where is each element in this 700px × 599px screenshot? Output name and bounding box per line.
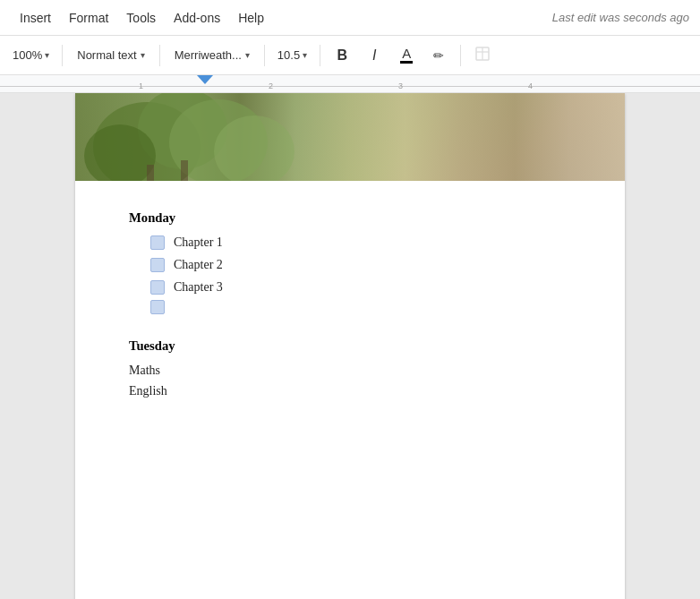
font-arrow-icon: ▾	[245, 50, 250, 60]
list-item: Chapter 2	[129, 255, 571, 274]
zoom-value: 100%	[13, 48, 42, 62]
monday-heading: Monday	[129, 208, 571, 227]
menu-tools[interactable]: Tools	[117, 5, 165, 30]
page-header-image	[75, 93, 625, 181]
text-color-button[interactable]: A	[392, 41, 421, 70]
font-size-value: 10.5	[277, 48, 300, 62]
separator-2	[159, 45, 160, 66]
underline-a-icon: A	[400, 47, 413, 64]
tuesday-heading: Tuesday	[129, 336, 571, 355]
svg-rect-9	[181, 160, 188, 181]
checkbox-1[interactable]	[150, 235, 165, 250]
zoom-arrow-icon: ▾	[45, 50, 49, 60]
bold-button[interactable]: B	[328, 41, 356, 70]
english-text: English	[129, 381, 571, 400]
list-item: Chapter 3	[129, 278, 571, 296]
checkbox-3[interactable]	[150, 280, 165, 295]
doc-content: Monday Chapter 1 Chapter 2 Chapter 3	[129, 181, 571, 400]
ruler-line	[0, 86, 700, 87]
zoom-dropdown[interactable]: 100% ▾	[7, 45, 55, 65]
chapter3-text: Chapter 3	[174, 278, 223, 296]
font-label: Merriweath...	[175, 48, 242, 62]
menu-format[interactable]: Format	[60, 5, 117, 30]
svg-rect-8	[147, 165, 154, 181]
ruler-tab-stop	[197, 75, 213, 84]
toolbar: 100% ▾ Normal text ▾ Merriweath... ▾ 10.…	[0, 36, 700, 75]
maths-text: Maths	[129, 361, 571, 380]
page-area: Monday Chapter 1 Chapter 2 Chapter 3	[0, 93, 700, 599]
image-svg	[75, 93, 625, 181]
chapter1-text: Chapter 1	[174, 233, 223, 252]
separator-4	[320, 45, 320, 66]
menu-help[interactable]: Help	[229, 5, 273, 30]
menu-addons[interactable]: Add-ons	[165, 5, 229, 30]
italic-button[interactable]: I	[360, 41, 388, 70]
font-dropdown[interactable]: Merriweath... ▾	[167, 41, 257, 70]
style-arrow-icon: ▾	[141, 50, 145, 60]
document-page: Monday Chapter 1 Chapter 2 Chapter 3	[75, 93, 625, 599]
checkbox-4[interactable]	[150, 300, 165, 314]
checkbox-2[interactable]	[150, 258, 165, 272]
pen-icon: ✏	[433, 48, 444, 63]
list-item-empty	[129, 300, 571, 314]
fontsize-arrow-icon: ▾	[303, 50, 307, 60]
menu-bar: Insert Format Tools Add-ons Help Last ed…	[0, 0, 700, 36]
text-style-label: Normal text	[77, 48, 136, 62]
tuesday-section: Tuesday Maths English	[129, 336, 571, 400]
table-icon	[475, 47, 490, 64]
list-item: Chapter 1	[129, 233, 571, 252]
separator-5	[460, 45, 461, 66]
ruler: 1 2 3 4	[0, 75, 700, 93]
text-style-dropdown[interactable]: Normal text ▾	[70, 41, 151, 70]
insert-table-button[interactable]	[468, 41, 497, 70]
separator-3	[264, 45, 265, 66]
last-edit-status: Last edit was seconds ago	[552, 11, 689, 24]
font-size-dropdown[interactable]: 10.5 ▾	[272, 45, 312, 65]
separator-1	[62, 45, 63, 66]
monday-section: Monday Chapter 1 Chapter 2 Chapter 3	[129, 208, 571, 314]
menu-insert[interactable]: Insert	[11, 5, 60, 30]
highlight-button[interactable]: ✏	[424, 41, 453, 70]
chapter2-text: Chapter 2	[174, 255, 223, 274]
